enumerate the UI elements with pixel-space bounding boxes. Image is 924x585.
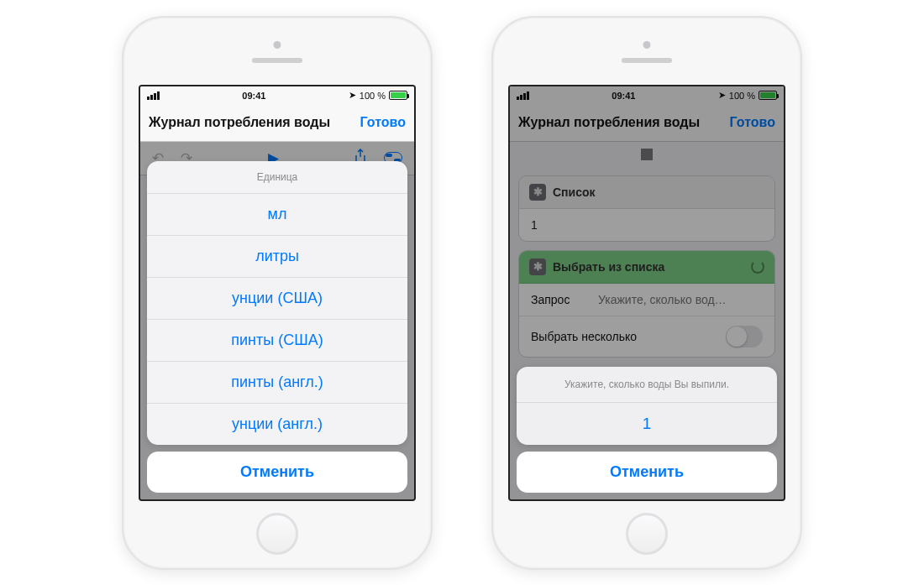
- unit-option[interactable]: унции (США): [147, 278, 407, 320]
- unit-option[interactable]: мл: [147, 194, 407, 236]
- phone-camera: [274, 41, 281, 49]
- status-bar: 09:41 ➤ 100 %: [140, 86, 414, 105]
- home-button[interactable]: [626, 513, 668, 555]
- phone-frame-1: 09:41 ➤ 100 % Журнал потребления воды Го…: [122, 16, 433, 570]
- unit-option[interactable]: пинты (англ.): [147, 362, 407, 404]
- sheet-option[interactable]: 1: [517, 403, 777, 445]
- status-time: 09:41: [160, 91, 349, 101]
- unit-option[interactable]: пинты (США): [147, 320, 407, 362]
- unit-option[interactable]: унции (англ.): [147, 404, 407, 445]
- screen-2: 09:41 ➤ 100 % Журнал потребления воды Го…: [508, 85, 785, 501]
- cancel-button[interactable]: Отменить: [517, 452, 777, 493]
- battery-percent: 100 %: [360, 91, 386, 101]
- page-title: Журнал потребления воды: [149, 115, 360, 130]
- location-icon: ➤: [349, 90, 356, 101]
- screen-1: 09:41 ➤ 100 % Журнал потребления воды Го…: [139, 85, 416, 501]
- action-sheet-2: Укажите, сколько воды Вы выпили. 1 Отмен…: [517, 367, 777, 493]
- phone-speaker: [252, 58, 302, 63]
- phone-frame-2: 09:41 ➤ 100 % Журнал потребления воды Го…: [491, 16, 802, 570]
- sheet-prompt: Укажите, сколько воды Вы выпили.: [517, 367, 777, 403]
- action-sheet-1: Единица мл литры унции (США) пинты (США)…: [147, 161, 407, 493]
- battery-icon: [389, 91, 407, 100]
- unit-option[interactable]: литры: [147, 236, 407, 278]
- nav-bar: Журнал потребления воды Готово: [140, 105, 414, 142]
- phone-speaker: [622, 58, 672, 63]
- done-button[interactable]: Готово: [360, 115, 406, 130]
- phone-camera: [643, 41, 651, 49]
- signal-icon: [147, 91, 160, 100]
- cancel-button[interactable]: Отменить: [147, 452, 407, 493]
- sheet-header: Единица: [147, 161, 407, 194]
- home-button[interactable]: [256, 513, 298, 555]
